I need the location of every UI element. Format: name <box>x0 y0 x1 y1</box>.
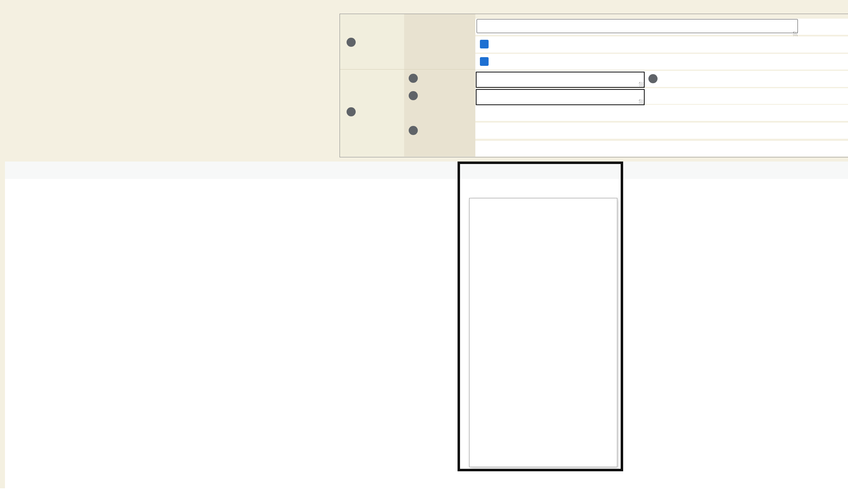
active-option <box>480 40 494 48</box>
questionnaires-strip <box>475 123 848 139</box>
order-label <box>406 91 418 101</box>
properties-help-icon[interactable] <box>347 38 356 47</box>
properties-label <box>344 38 356 48</box>
flow-help-icon[interactable] <box>409 126 418 135</box>
items-table-header <box>5 162 848 179</box>
allow-save-checkbox[interactable] <box>480 57 489 66</box>
edit-flowsheet-page <box>0 0 848 504</box>
observation-help-icon[interactable] <box>409 74 418 83</box>
resize-handle-icon[interactable] <box>639 82 643 87</box>
resize-handle-icon[interactable] <box>639 99 643 104</box>
allow-save-option <box>480 57 494 66</box>
edit-flowsheet-panel <box>340 14 848 157</box>
flow-label <box>406 126 418 136</box>
order-input[interactable] <box>476 89 645 105</box>
section-divider <box>340 69 475 70</box>
panel-left-column <box>340 14 404 157</box>
observation-input[interactable] <box>476 72 645 88</box>
resize-handle-icon[interactable] <box>793 31 797 36</box>
active-checkbox[interactable] <box>480 40 489 48</box>
items-label <box>344 107 356 117</box>
check-icon <box>480 57 489 66</box>
observation-field-help-icon[interactable] <box>648 74 658 83</box>
observation-label <box>406 74 418 84</box>
encounters-strip <box>475 141 848 157</box>
input-type-dropdown <box>469 198 617 467</box>
all-flowsheets-strip <box>475 105 848 121</box>
order-help-icon[interactable] <box>409 91 418 100</box>
flowsheet-name-input[interactable] <box>477 19 798 33</box>
table-left-gutter <box>0 162 5 488</box>
check-icon <box>480 40 489 48</box>
active-strip <box>475 36 848 53</box>
items-help-icon[interactable] <box>347 107 356 116</box>
allow-save-strip <box>475 54 848 70</box>
